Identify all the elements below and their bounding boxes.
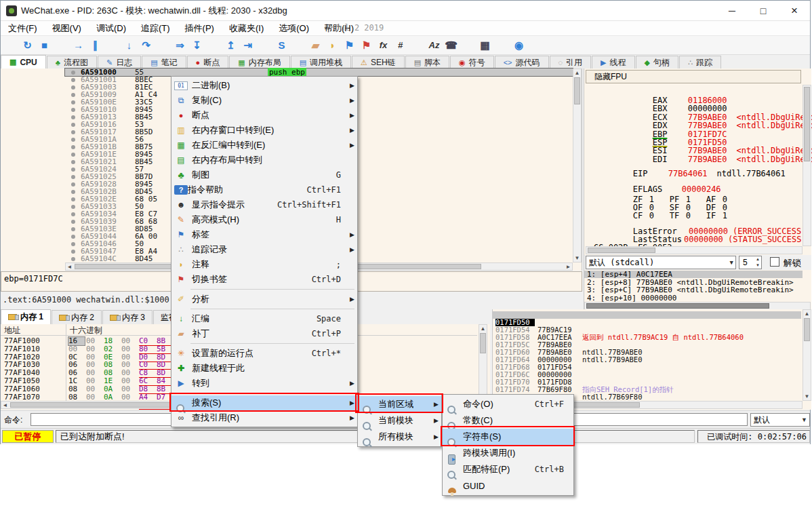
- toolbar-button[interactable]: ⚑: [358, 37, 375, 54]
- toolbar-button[interactable]: [155, 37, 171, 54]
- toolbar-button[interactable]: ⇥: [239, 37, 256, 54]
- hide-fpu-button[interactable]: 隐藏FPU: [586, 70, 801, 83]
- toolbar-button[interactable]: [256, 37, 273, 54]
- menubar-item[interactable]: 视图(V): [45, 21, 89, 36]
- menu-item[interactable]: 字符串(S): [443, 429, 573, 445]
- menu-item[interactable]: ✐ 分析 ▶: [171, 292, 357, 307]
- breakpoint-dot-icon[interactable]: [71, 175, 75, 179]
- menu-item[interactable]: 所有模块 ▶: [358, 429, 441, 445]
- menu-item[interactable]: 搜索(S) ▶: [171, 395, 357, 410]
- menubar-item[interactable]: 调试(D): [89, 21, 134, 36]
- bottom-tab[interactable]: 内存 3: [102, 310, 153, 324]
- toolbar-button[interactable]: ◗: [324, 37, 341, 54]
- menubar-item[interactable]: 选项(O): [271, 21, 317, 36]
- menu-item[interactable]: 命令(O) Ctrl+F: [443, 396, 573, 412]
- argument-row[interactable]: 1: [esp+4] A0C17EEA: [584, 271, 803, 278]
- minimize-button[interactable]: ─: [716, 1, 748, 21]
- toolbar-button[interactable]: ∥: [87, 37, 104, 54]
- callconv-combobox[interactable]: 默认 (stdcall) ▼: [586, 256, 736, 269]
- menu-item[interactable]: ● 断点 ▶: [171, 108, 357, 123]
- menu-item[interactable]: ▰ 补丁 Ctrl+P: [171, 326, 357, 341]
- argument-row[interactable]: 2: [esp+8] 77B9ABE0 <ntdll.DbgUiRemoteBr…: [584, 279, 803, 286]
- menu-item[interactable]: ⚑ 切换书签 Ctrl+D: [171, 272, 357, 287]
- menubar-item[interactable]: 追踪(T): [134, 21, 178, 36]
- view-tab[interactable]: ▦ CPU: [1, 55, 46, 69]
- scroll-down-arrow[interactable]: ▼: [573, 254, 581, 262]
- menu-item[interactable]: ◗ 注释 ;: [171, 257, 357, 272]
- toolbar-button[interactable]: [2, 37, 19, 54]
- menu-item[interactable]: ⧉ 复制(C) ▶: [171, 93, 357, 108]
- stack-vertical-scrollbar[interactable]: ▲ ▼: [803, 309, 811, 401]
- stack-row[interactable]: 0171FD54 A0C17EEA: [493, 319, 801, 326]
- menu-item[interactable]: ✚ 新建线程于此: [171, 361, 357, 376]
- toolbar-button[interactable]: [104, 37, 121, 54]
- stack-row[interactable]: 0171FD60 00000000: [493, 341, 801, 349]
- menu-item[interactable]: ▤ 在内存布局中转到: [171, 153, 357, 168]
- toolbar-button[interactable]: [460, 37, 476, 54]
- menu-item[interactable]: 01 二进制(B) ▶: [171, 78, 357, 93]
- toolbar-button[interactable]: ↻: [19, 37, 36, 54]
- view-tab[interactable]: ▤ 调用堆栈: [291, 56, 351, 69]
- stack-row[interactable]: 0171FD6C 0171FDD8 指向SEH_Record[1]的指针: [493, 364, 801, 371]
- toolbar-button[interactable]: Az: [426, 37, 443, 54]
- close-button[interactable]: ×: [779, 1, 810, 21]
- stack-row[interactable]: 0171FD70 77B69F80 ntdll.77B69F80: [493, 371, 801, 378]
- toolbar-button[interactable]: ▦: [476, 37, 493, 54]
- breakpoint-dot-icon[interactable]: [71, 257, 75, 261]
- breakpoint-dot-icon[interactable]: [71, 138, 75, 142]
- registers-vertical-scrollbar[interactable]: [803, 85, 811, 246]
- toolbar-button[interactable]: →: [70, 37, 87, 54]
- menu-item[interactable]: 当前模块 ▶: [358, 412, 441, 429]
- view-tab[interactable]: ● 断点: [187, 56, 229, 69]
- menu-item[interactable]: GUID: [443, 477, 573, 494]
- view-tab[interactable]: ✎ 日志: [98, 56, 141, 69]
- stack-row[interactable]: 0171FD68 00000000: [493, 356, 801, 364]
- view-tab[interactable]: ♣ 流程图: [47, 56, 97, 69]
- toolbar-button[interactable]: ⇒: [171, 37, 188, 54]
- maximize-button[interactable]: □: [748, 1, 779, 21]
- spinner-arrows-icon[interactable]: ▲▼: [756, 256, 760, 269]
- scroll-thumb[interactable]: [480, 333, 486, 353]
- menu-item[interactable]: ↓ 汇编 Space: [171, 311, 357, 326]
- toolbar-button[interactable]: [290, 37, 307, 54]
- menubar-item[interactable]: 收藏夹(I): [222, 21, 271, 36]
- toolbar-button[interactable]: ☎: [443, 37, 460, 54]
- argument-row[interactable]: 3: [esp+C] 77B9ABE0 <ntdll.DbgUiRemoteBr…: [584, 286, 803, 294]
- scroll-up-arrow[interactable]: ▲: [573, 69, 581, 77]
- menu-item[interactable]: ✳ 设置新的运行点 Ctrl+*: [171, 346, 357, 361]
- breakpoint-dot-icon[interactable]: [71, 78, 75, 82]
- view-tab[interactable]: ◆ 句柄: [636, 56, 678, 69]
- menu-item[interactable]: [171, 341, 357, 346]
- scroll-up-arrow[interactable]: ▲: [479, 325, 487, 332]
- argument-row[interactable]: 4: [esp+10] 00000000: [584, 294, 803, 302]
- breakpoint-dot-icon[interactable]: [71, 93, 75, 97]
- menu-item[interactable]: ▦ 在反汇编中转到(E) ▶: [171, 138, 357, 153]
- menu-item[interactable]: ♣ 制图 G: [171, 168, 357, 182]
- view-tab[interactable]: ◌ 引用: [550, 56, 592, 69]
- breakpoint-dot-icon[interactable]: [71, 205, 75, 209]
- scroll-thumb[interactable]: [804, 87, 810, 161]
- toolbar-button[interactable]: ⚑: [341, 37, 358, 54]
- stack-row[interactable]: 0171FD78 00000000: [493, 386, 801, 393]
- breakpoint-dot-icon[interactable]: [71, 190, 75, 194]
- scroll-thumb[interactable]: [588, 248, 655, 253]
- breakpoint-dot-icon[interactable]: [71, 100, 75, 104]
- breakpoint-dot-icon[interactable]: [71, 123, 75, 127]
- menu-item[interactable]: 跨模块调用(I): [443, 445, 573, 461]
- menu-item[interactable]: ▶ 转到 ▶: [171, 376, 357, 391]
- breakpoint-dot-icon[interactable]: [71, 71, 75, 75]
- breakpoint-dot-icon[interactable]: [71, 130, 75, 134]
- view-tab[interactable]: ▤ 脚本: [405, 56, 449, 69]
- breakpoint-dot-icon[interactable]: [71, 153, 75, 157]
- menu-item[interactable]: 当前区域 ▶: [358, 396, 441, 412]
- menu-item[interactable]: [171, 287, 357, 292]
- bottom-tab[interactable]: 内存 1: [1, 309, 51, 324]
- menu-item[interactable]: ▥ 在内存窗口中转到(E) ▶: [171, 123, 357, 138]
- scroll-up-arrow[interactable]: ▲: [803, 310, 811, 317]
- toolbar-button[interactable]: ↧: [188, 37, 205, 54]
- disasm-vertical-scrollbar[interactable]: ▲ ▼: [573, 69, 582, 262]
- breakpoint-dot-icon[interactable]: [71, 220, 75, 224]
- scroll-down-arrow[interactable]: ▼: [803, 393, 811, 400]
- breakpoint-dot-icon[interactable]: [71, 85, 75, 90]
- menu-item[interactable]: ∴ 追踪记录 ▶: [171, 242, 357, 257]
